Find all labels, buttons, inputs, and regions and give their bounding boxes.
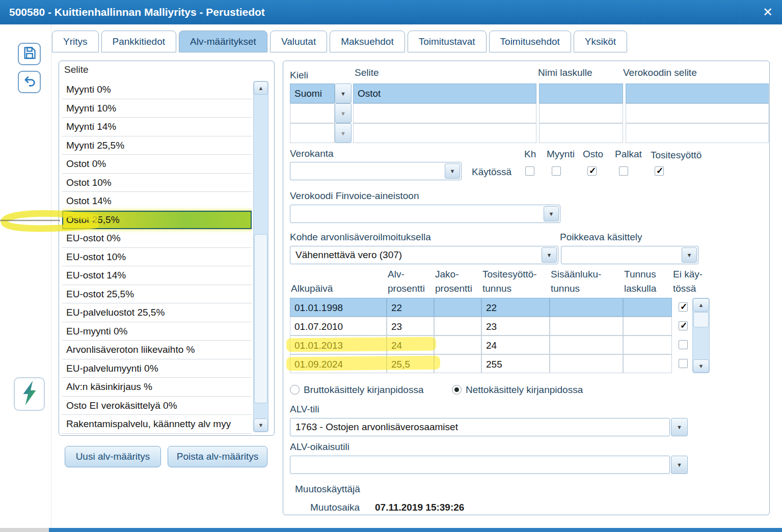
tunnus-laskulla-cell[interactable]	[623, 317, 672, 335]
list-item[interactable]: Ostot 10%	[62, 174, 252, 192]
tab-alv-maaritykset[interactable]: Alv-määritykset	[179, 31, 267, 52]
verokoodin-selite-cell[interactable]	[626, 123, 769, 143]
list-item[interactable]: Myynti 10%	[62, 99, 252, 118]
new-vat-button[interactable]: Uusi alv-määritys	[65, 446, 161, 467]
save-button[interactable]	[18, 43, 41, 65]
sisaanluku-tunnus-cell[interactable]	[550, 317, 623, 335]
verokoodin-selite-cell[interactable]	[626, 83, 769, 103]
osto-checkbox[interactable]	[587, 166, 597, 176]
kieli-dropdown-icon[interactable]	[335, 103, 352, 123]
tab-maksuehdot[interactable]: Maksuehdot	[330, 31, 405, 52]
chevron-down-icon[interactable]	[542, 247, 557, 263]
alv-tili-dropdown-icon[interactable]	[671, 418, 688, 436]
palkat-checkbox[interactable]	[619, 166, 628, 176]
kohde-select[interactable]: Vähennettävä vero (307)	[290, 246, 558, 264]
alv-oikaisutili-select[interactable]	[290, 456, 670, 474]
alv-prosentti-cell[interactable]: 22	[387, 298, 434, 317]
list-scrollbar[interactable]	[253, 81, 268, 432]
ei-kaytossa-checkbox[interactable]	[679, 302, 688, 312]
list-item[interactable]: Ostot 0%	[62, 155, 252, 174]
sisaanluku-tunnus-cell[interactable]	[550, 354, 623, 373]
alkupaiva-cell[interactable]: 01.07.2010	[290, 317, 387, 335]
undo-button[interactable]	[18, 71, 41, 93]
ei-kaytossa-checkbox[interactable]	[679, 340, 688, 349]
kh-checkbox[interactable]	[525, 166, 534, 176]
list-item[interactable]: EU-ostot 25,5%	[62, 285, 252, 304]
selite-cell[interactable]: Ostot	[353, 83, 536, 103]
netto-radio[interactable]	[452, 385, 462, 395]
sisaanluku-tunnus-cell[interactable]	[550, 335, 623, 354]
alv-oikaisutili-dropdown-icon[interactable]	[671, 456, 688, 474]
kieli-cell[interactable]	[290, 123, 335, 143]
tab-pankkitiedot[interactable]: Pankkitiedot	[101, 31, 177, 52]
jako-prosentti-cell[interactable]	[434, 335, 481, 354]
alkupaiva-cell[interactable]: 01.01.2013	[290, 335, 387, 354]
list-item[interactable]: EU-palvelumyynti 0%	[62, 359, 252, 378]
ei-kaytossa-checkbox[interactable]	[679, 359, 688, 368]
chevron-down-icon[interactable]	[544, 206, 559, 221]
tositesyotto-checkbox[interactable]	[655, 166, 664, 176]
tab-toimitustavat[interactable]: Toimitustavat	[408, 31, 487, 52]
list-item[interactable]: Osto EI verokäsittelyä 0%	[62, 397, 252, 415]
list-item[interactable]: Alv:n käsinkirjaus %	[62, 378, 252, 397]
rate-table-scrollbar[interactable]	[692, 298, 710, 373]
scroll-up-icon[interactable]	[693, 298, 709, 312]
tositesyotto-tunnus-cell[interactable]: 22	[481, 298, 550, 317]
chevron-down-icon[interactable]	[682, 247, 697, 263]
tositesyotto-tunnus-cell[interactable]: 24	[481, 335, 550, 354]
tab-yritys[interactable]: Yritys	[52, 31, 99, 52]
list-item[interactable]: Myynti 25,5%	[62, 136, 252, 155]
list-item-selected[interactable]: Ostot 25,5%	[62, 211, 252, 230]
list-item[interactable]: EU-ostot 0%	[62, 229, 252, 248]
list-item[interactable]: EU-myynti 0%	[62, 322, 252, 341]
verokanta-select[interactable]	[290, 162, 462, 180]
myynti-checkbox[interactable]	[552, 166, 561, 176]
poikkeava-select[interactable]	[561, 246, 698, 264]
nimi-laskulle-cell[interactable]	[539, 103, 623, 123]
list-item[interactable]: EU-palveluostot 25,5%	[62, 303, 252, 322]
selite-cell[interactable]	[353, 123, 536, 143]
kieli-dropdown-icon[interactable]	[335, 123, 352, 143]
list-item[interactable]: Ostot 14%	[62, 192, 252, 211]
alv-prosentti-cell[interactable]: 23	[387, 317, 434, 335]
list-item[interactable]: Rakentamispalvelu, käännetty alv myy	[62, 415, 252, 434]
tab-valuutat[interactable]: Valuutat	[270, 31, 327, 52]
alv-prosentti-cell[interactable]: 25,5	[387, 354, 434, 373]
brutto-radio[interactable]	[290, 385, 300, 395]
tositesyotto-tunnus-cell[interactable]: 23	[481, 317, 550, 335]
tab-toimitusehdot[interactable]: Toimitusehdot	[489, 31, 571, 52]
finvoice-select[interactable]	[290, 205, 560, 223]
scroll-down-icon[interactable]	[693, 359, 709, 373]
list-item[interactable]: EU-ostot 10%	[62, 248, 252, 267]
scroll-thumb[interactable]	[254, 234, 267, 403]
sisaanluku-tunnus-cell[interactable]	[550, 298, 623, 317]
jako-prosentti-cell[interactable]	[434, 298, 481, 317]
ei-kaytossa-checkbox[interactable]	[679, 321, 688, 330]
list-item[interactable]: EU-ostot 14%	[62, 266, 252, 285]
tunnus-laskulla-cell[interactable]	[623, 354, 672, 373]
tunnus-laskulla-cell[interactable]	[623, 298, 672, 317]
chevron-down-icon[interactable]	[445, 163, 460, 179]
alkupaiva-cell[interactable]: 01.01.1998	[290, 298, 387, 317]
list-item[interactable]: Myynti 0%	[62, 80, 252, 99]
delete-vat-button[interactable]: Poista alv-määritys	[168, 446, 267, 467]
alv-tili-select[interactable]: 1763 - Ostojen arvonlisäverosaamiset	[290, 418, 670, 436]
scroll-down-icon[interactable]	[254, 418, 268, 432]
scroll-up-icon[interactable]	[254, 81, 268, 95]
verokoodin-selite-cell[interactable]	[626, 103, 769, 123]
tab-yksikot[interactable]: Yksiköt	[574, 31, 627, 52]
close-icon[interactable]: ✕	[763, 6, 773, 18]
kieli-cell[interactable]: Suomi	[290, 83, 335, 103]
list-item[interactable]: Myynti 14%	[62, 118, 252, 136]
nimi-laskulle-cell[interactable]	[539, 123, 623, 143]
tunnus-laskulla-cell[interactable]	[623, 335, 672, 354]
alkupaiva-cell[interactable]: 01.09.2024	[290, 354, 387, 373]
kieli-cell[interactable]	[290, 103, 335, 123]
selite-cell[interactable]	[353, 103, 536, 123]
nimi-laskulle-cell[interactable]	[539, 83, 623, 103]
alv-prosentti-cell[interactable]: 24	[387, 335, 434, 354]
kieli-dropdown-icon[interactable]	[335, 83, 352, 103]
tositesyotto-tunnus-cell[interactable]: 255	[481, 354, 550, 373]
jako-prosentti-cell[interactable]	[434, 317, 481, 335]
jako-prosentti-cell[interactable]	[434, 354, 481, 373]
